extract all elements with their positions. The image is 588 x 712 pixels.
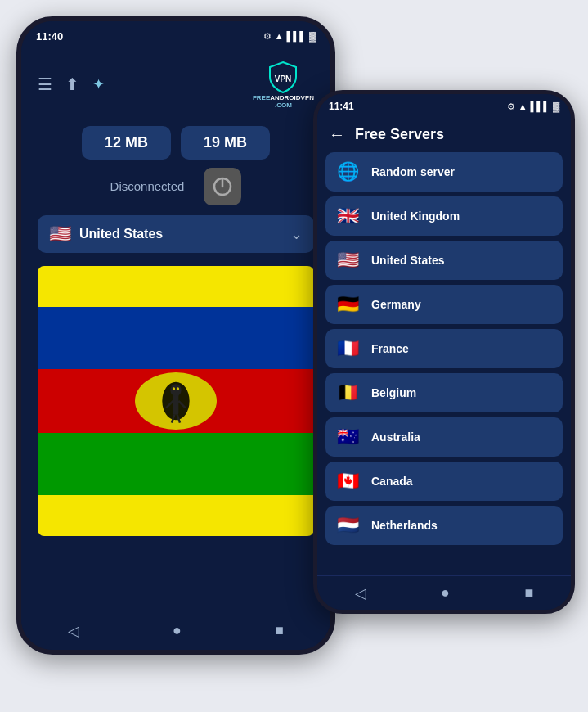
star-icon[interactable]: ✦ — [92, 75, 105, 93]
back-button[interactable]: ← — [329, 125, 345, 144]
chevron-down-icon: ⌄ — [290, 225, 303, 243]
server-item[interactable]: 🇳🇱Netherlands — [325, 506, 563, 545]
server-flag-icon: 🇨🇦 — [337, 471, 360, 492]
power-icon — [211, 175, 234, 198]
svg-rect-5 — [173, 394, 179, 414]
svg-point-8 — [177, 387, 179, 390]
phone2-status-icons: ⚙ ▲ ▌▌▌ ▓ — [507, 101, 559, 112]
server-name: Germany — [371, 298, 421, 311]
phone1-time: 11:40 — [36, 30, 63, 43]
phone1-status-bar: 11:40 ⚙ ▲ ▌▌▌ ▓ — [21, 21, 330, 51]
phone2-battery-icon: ▓ — [553, 101, 559, 111]
server-item[interactable]: 🌐Random server — [325, 152, 563, 192]
server-name: Netherlands — [371, 519, 438, 532]
phone2-status-bar: 11:41 ⚙ ▲ ▌▌▌ ▓ — [317, 94, 571, 119]
home-nav-button[interactable]: ● — [173, 622, 182, 639]
phone1-status-icons: ⚙ ▲ ▌▌▌ ▓ — [263, 31, 316, 42]
flag-yellow-bottom — [38, 495, 314, 536]
server-item[interactable]: 🇨🇦Canada — [325, 462, 563, 501]
phone2-home-nav[interactable]: ● — [441, 584, 450, 602]
back-nav-button[interactable]: ◁ — [68, 622, 79, 640]
server-flag-icon: 🇦🇺 — [337, 426, 360, 448]
phone1-main: 11:40 ⚙ ▲ ▌▌▌ ▓ ☰ ⬆ ✦ VPN FREEANDROID — [16, 16, 335, 655]
server-item[interactable]: 🇦🇺Australia — [325, 417, 563, 457]
country-flag: 🇺🇸 — [49, 223, 71, 245]
server-flag-icon: 🇧🇪 — [337, 382, 360, 403]
flag-kanak-emblem — [135, 372, 217, 430]
phone2-back-nav[interactable]: ◁ — [355, 584, 366, 602]
server-list-header: ← Free Servers — [317, 119, 571, 152]
logo-shield-icon: VPN — [265, 59, 301, 95]
server-list: 🌐Random server🇬🇧United Kingdom🇺🇸United S… — [317, 152, 571, 545]
country-selector[interactable]: 🇺🇸 United States ⌄ — [38, 215, 314, 253]
svg-text:VPN: VPN — [275, 74, 292, 83]
download-stat: 12 MB — [82, 126, 171, 160]
server-item[interactable]: 🇩🇪Germany — [325, 285, 563, 324]
server-flag-icon: 🇬🇧 — [337, 205, 360, 227]
phone2-signal-icon: ▌▌▌ — [531, 101, 550, 111]
logo-area: VPN FREEANDROIDVPN.COM — [253, 59, 314, 110]
server-item[interactable]: 🇬🇧United Kingdom — [325, 196, 563, 236]
server-name: Canada — [371, 475, 413, 488]
connection-status-text: Disconnected — [110, 179, 185, 193]
menu-icon[interactable]: ☰ — [38, 74, 52, 94]
upload-stat: 19 MB — [181, 126, 270, 160]
svg-point-6 — [170, 384, 181, 396]
flag-banner — [38, 266, 314, 536]
flag-middle-section — [38, 307, 314, 495]
flag-yellow-top — [38, 266, 314, 307]
server-item[interactable]: 🇺🇸United States — [325, 241, 563, 280]
phone1-bottom-nav: ◁ ● ■ — [21, 611, 330, 650]
phone2-server-list: 11:41 ⚙ ▲ ▌▌▌ ▓ ← Free Servers 🌐Random s… — [313, 90, 575, 614]
flag-blue-stripe — [38, 307, 314, 369]
kanak-icon — [155, 373, 196, 429]
signal-icon: ▌▌▌ — [287, 31, 306, 41]
server-item[interactable]: 🇫🇷France — [325, 329, 563, 368]
power-button[interactable] — [204, 168, 241, 205]
phone1-content: ☰ ⬆ ✦ VPN FREEANDROIDVPN.COM 12 MB 19 MB — [21, 51, 330, 536]
country-name: United States — [79, 227, 282, 241]
toolbar-left: ☰ ⬆ ✦ — [38, 74, 105, 94]
server-name: Australia — [371, 430, 420, 444]
flag-green-stripe — [38, 433, 314, 495]
wifi-icon: ▲ — [275, 31, 284, 41]
recent-nav-button[interactable]: ■ — [275, 622, 284, 639]
server-name: Random server — [371, 165, 455, 178]
share-icon[interactable]: ⬆ — [65, 74, 79, 94]
phone1-toolbar: ☰ ⬆ ✦ VPN FREEANDROIDVPN.COM — [38, 51, 314, 115]
phone2-time: 11:41 — [329, 101, 354, 112]
server-name: France — [371, 342, 409, 355]
settings-icon: ⚙ — [263, 31, 272, 42]
server-flag-icon: 🇺🇸 — [337, 250, 360, 271]
server-name: United States — [371, 254, 444, 267]
stats-row: 12 MB 19 MB — [38, 126, 314, 160]
phone2-settings-icon: ⚙ — [507, 101, 515, 112]
server-flag-icon: 🇩🇪 — [337, 294, 360, 315]
server-flag-icon: 🇫🇷 — [337, 338, 360, 359]
battery-icon: ▓ — [309, 31, 316, 41]
server-name: Belgium — [371, 386, 416, 399]
server-flag-icon: 🇳🇱 — [337, 515, 360, 536]
server-item[interactable]: 🇧🇪Belgium — [325, 373, 563, 412]
phone2-wifi-icon: ▲ — [518, 101, 527, 111]
phone2-recent-nav[interactable]: ■ — [524, 584, 533, 602]
server-name: United Kingdom — [371, 210, 460, 223]
server-list-title: Free Servers — [355, 126, 444, 143]
connection-status-row: Disconnected — [38, 168, 314, 205]
phone2-bottom-nav: ◁ ● ■ — [317, 575, 571, 610]
svg-point-7 — [173, 387, 175, 390]
server-flag-icon: 🌐 — [337, 161, 360, 183]
